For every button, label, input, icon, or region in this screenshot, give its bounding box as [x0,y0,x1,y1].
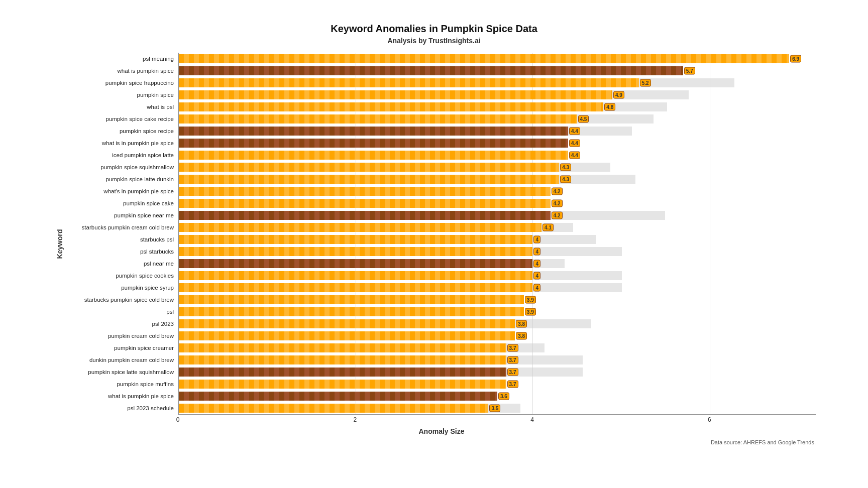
keyword-label: psl [67,306,178,318]
bar-fill [179,90,612,99]
x-axis-tick-label: 0 [176,416,180,423]
bar-fill [179,187,551,196]
bar-row: 4 [179,258,816,270]
bar-value-badge: 3.5 [489,404,500,412]
bar-value-badge: 4 [533,284,540,291]
bar-fill [179,54,789,63]
keyword-label: dunkin pumpkin cream cold brew [67,354,178,366]
bar-value-badge: 4 [533,235,540,243]
keyword-label: what is pumpkin spice [67,65,178,77]
bar-row: 3.5 [179,402,816,414]
keyword-label: pumpkin spice cake [67,197,178,209]
bar-fill [179,392,497,401]
x-axis-ticks: 0246 [178,415,816,425]
bar-fill [179,175,559,184]
keyword-label: pumpkin spice creamer [67,342,178,354]
bar-fill [179,271,532,280]
bar-fill [179,199,551,208]
bar-value-badge: 6.9 [790,55,801,62]
bar-fill [179,295,524,304]
keyword-label: pumpkin spice syrup [67,282,178,294]
bar-value-badge: 4.1 [542,223,554,231]
bar-value-badge: 4.3 [560,175,571,183]
keyword-label: what is in pumpkin pie spice [67,137,178,149]
chart-inner: psl meaningwhat is pumpkin spicepumpkin … [67,53,816,435]
bar-fill [179,211,551,220]
bar-row: 4.2 [179,209,816,221]
keyword-label: psl 2023 [67,318,178,330]
bar-fill [179,259,532,268]
bar-value-badge: 4.8 [604,103,615,110]
chart-title: Keyword Anomalies in Pumpkin Spice Data [52,23,816,35]
bar-value-badge: 4.9 [613,91,624,98]
bar-value-badge: 3.9 [525,308,536,315]
keyword-label: pumpkin cream cold brew [67,330,178,342]
bar-fill [179,139,568,148]
bar-row: 4.2 [179,185,816,197]
y-axis-label: Keyword [56,229,64,259]
chart-subtitle: Analysis by TrustInsights.ai [52,37,816,45]
x-axis-tick-label: 6 [708,416,711,423]
bars-area: 6.95.75.24.94.84.54.44.44.44.34.34.24.24… [178,53,816,415]
bar-value-badge: 4.4 [569,139,580,147]
keyword-label: what's in pumpkin pie spice [67,185,178,197]
bar-row: 6.9 [179,53,816,65]
bar-fill [179,343,506,352]
bar-value-badge: 4 [533,248,540,255]
bar-value-badge: 4.2 [552,199,563,207]
bar-value-badge: 3.8 [516,332,527,339]
bar-fill [179,66,683,75]
x-axis-title: Anomaly Size [67,427,816,435]
bar-value-badge: 3.9 [525,296,536,303]
bar-fill [179,247,532,256]
bar-value-badge: 4 [533,260,540,267]
bar-row: 3.9 [179,306,816,318]
bar-row: 3.7 [179,354,816,366]
bar-fill [179,78,639,87]
keyword-label: pumpkin spice [67,89,178,101]
bar-value-badge: 3.7 [507,368,518,376]
keyword-label: pumpkin spice squishmallow [67,161,178,173]
bar-row: 5.7 [179,65,816,77]
bar-fill [179,368,506,377]
bar-fill [179,114,577,124]
bar-row: 3.9 [179,294,816,306]
bar-row: 4.2 [179,197,816,209]
bar-value-badge: 4.2 [552,211,563,219]
bar-row: 3.6 [179,390,816,402]
bar-value-badge: 3.6 [498,392,509,400]
bar-row: 4 [179,246,816,258]
bar-row: 4.9 [179,89,816,101]
bar-row: 3.8 [179,330,816,342]
bar-value-badge: 4.4 [569,151,580,159]
keyword-label: pumpkin spice cookies [67,270,178,282]
keyword-label: pumpkin spice latte dunkin [67,173,178,185]
bar-row: 4 [179,270,816,282]
bar-fill [179,163,559,172]
keyword-label: starbucks pumpkin spice cold brew [67,294,178,306]
bar-row: 4.4 [179,125,816,137]
bar-fill [179,319,515,328]
bar-row: 4.3 [179,173,816,185]
bar-fill [179,235,532,244]
bar-row: 3.7 [179,366,816,378]
y-axis-label-container: Keyword [52,53,67,435]
bar-row: 3.8 [179,318,816,330]
keyword-label: pumpkin spice muffins [67,378,178,390]
bar-fill [179,404,488,413]
bar-value-badge: 4.4 [569,127,580,135]
keyword-label: pumpkin spice latte squishmallow [67,366,178,378]
keyword-label: pumpkin spice cake recipe [67,113,178,125]
bar-row: 4.4 [179,137,816,149]
bar-value-badge: 3.7 [507,356,518,363]
keyword-label: starbucks pumpkin cream cold brew [67,221,178,233]
bar-fill [179,151,568,160]
x-axis-tick-label: 4 [530,416,534,423]
x-axis-tick-label: 2 [353,416,357,423]
keyword-label: pumpkin spice recipe [67,125,178,137]
chart-area: Keyword psl meaningwhat is pumpkin spice… [52,53,816,435]
bar-value-badge: 5.2 [640,79,651,86]
bar-row: 4.8 [179,101,816,113]
bar-row: 5.2 [179,77,816,89]
bar-fill [179,102,603,111]
